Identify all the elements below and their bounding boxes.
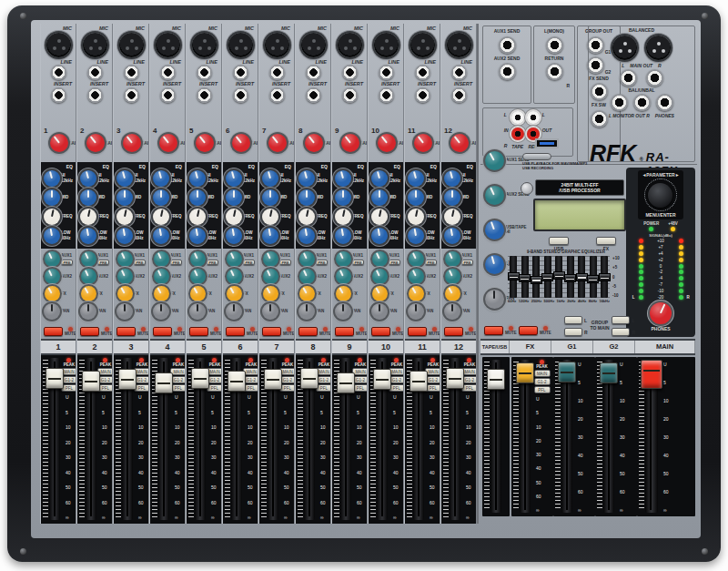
g1-fader[interactable] (561, 360, 572, 513)
pan-knob[interactable] (116, 303, 133, 320)
mic-xlr-input[interactable] (83, 33, 107, 57)
fader-cap[interactable] (410, 371, 428, 392)
balanced-out-r-xlr[interactable] (646, 36, 671, 60)
eq-hi-knob[interactable] (408, 170, 424, 187)
fx-send-knob[interactable] (263, 286, 278, 301)
eq-mid-knob[interactable] (80, 189, 96, 206)
line-input[interactable] (160, 65, 176, 80)
eq-mid-knob[interactable] (298, 189, 315, 206)
insert-jack[interactable] (306, 87, 321, 103)
aux1-knob[interactable] (263, 251, 278, 267)
gain-knob[interactable] (414, 134, 432, 152)
eq-mid-freq-knob[interactable] (189, 209, 206, 225)
aux1-knob[interactable] (81, 251, 96, 267)
line-input[interactable] (233, 65, 248, 80)
eq-low-knob[interactable] (262, 228, 278, 244)
eq-mid-knob[interactable] (335, 189, 351, 206)
aux1-knob[interactable] (299, 251, 315, 267)
aux1-pre-button[interactable]: PRE (97, 260, 109, 265)
pan-knob[interactable] (408, 303, 424, 320)
aux2-knob[interactable] (227, 269, 242, 284)
fx-send-knob[interactable] (299, 286, 315, 301)
aux1-pre-button[interactable]: PRE (389, 260, 400, 265)
pan-knob[interactable] (80, 303, 96, 320)
aux1-send-jack[interactable] (499, 36, 516, 54)
mic-xlr-input[interactable] (156, 33, 180, 57)
line-input[interactable] (379, 65, 394, 80)
fx-send-knob[interactable] (45, 286, 60, 301)
fx-send-knob[interactable] (117, 286, 133, 301)
eq-mid-freq-knob[interactable] (226, 209, 242, 225)
pan-knob[interactable] (226, 303, 242, 320)
aux1-pre-button[interactable]: PRE (279, 260, 291, 265)
aux1-knob[interactable] (409, 251, 424, 267)
group2-to-main-r-button[interactable] (612, 328, 630, 336)
master-knob-pan[interactable] (485, 290, 504, 309)
pan-knob[interactable] (153, 303, 169, 320)
channel-fader[interactable] (304, 358, 315, 520)
gain-knob[interactable] (232, 134, 250, 152)
group2-to-main-l-button[interactable] (612, 316, 630, 324)
aux1-pre-button[interactable]: PRE (425, 260, 437, 265)
master-knob-aux1-send[interactable] (485, 151, 504, 170)
channel-fader[interactable] (268, 358, 278, 520)
fader-cap[interactable] (446, 368, 464, 389)
eq-hi-knob[interactable] (335, 170, 351, 187)
aux2-send-jack[interactable] (499, 63, 516, 80)
eq-low-knob[interactable] (189, 228, 206, 244)
eq-low-knob[interactable] (335, 228, 351, 244)
master-knob-usb-tape-hi[interactable] (485, 220, 504, 240)
fx-send-knob[interactable] (190, 286, 206, 301)
fader-cap[interactable] (155, 372, 173, 393)
channel-fader[interactable] (122, 358, 133, 520)
gain-knob[interactable] (341, 134, 359, 152)
fx-mode-button[interactable] (596, 237, 616, 245)
gain-knob[interactable] (159, 134, 177, 152)
geq-slider-2kHz[interactable] (567, 256, 574, 298)
mic-xlr-input[interactable] (119, 33, 144, 57)
mic-xlr-input[interactable] (338, 33, 362, 57)
gain-knob[interactable] (196, 134, 214, 152)
group1-to-main-r-button[interactable] (564, 328, 582, 336)
fader-cap[interactable] (82, 371, 100, 392)
eq-mid-freq-knob[interactable] (371, 209, 388, 225)
eq-low-knob[interactable] (408, 228, 424, 244)
fx-send-knob[interactable] (445, 286, 460, 301)
eq-low-knob[interactable] (371, 228, 388, 244)
eq-mid-knob[interactable] (226, 189, 242, 206)
eq-hi-knob[interactable] (153, 170, 169, 187)
phones-level-knob[interactable] (650, 302, 672, 324)
mute-button[interactable] (262, 327, 281, 336)
aux2-knob[interactable] (263, 269, 278, 284)
fader-cap[interactable] (337, 372, 355, 393)
insert-jack[interactable] (51, 87, 66, 103)
fx-send-knob[interactable] (409, 286, 424, 301)
fx-fader[interactable] (520, 360, 531, 513)
line-input[interactable] (415, 65, 430, 80)
fx-send-knob[interactable] (81, 286, 96, 301)
usb-port[interactable] (535, 138, 559, 148)
pan-knob[interactable] (298, 303, 315, 320)
aux2-knob[interactable] (445, 269, 460, 284)
aux2-knob[interactable] (336, 269, 351, 284)
fx-send-knob[interactable] (227, 286, 242, 301)
geq-slider-1kHz[interactable] (555, 256, 562, 298)
pan-knob[interactable] (371, 303, 388, 320)
fx-send-knob[interactable] (372, 286, 388, 301)
line-input[interactable] (269, 65, 285, 80)
channel-fader[interactable] (49, 358, 60, 520)
pan-knob[interactable] (44, 303, 60, 320)
insert-jack[interactable] (379, 87, 394, 103)
eq-mid-knob[interactable] (371, 189, 388, 206)
channel-fader[interactable] (413, 358, 424, 520)
channel-fader[interactable] (340, 358, 351, 520)
return-r-jack[interactable] (546, 63, 563, 80)
monitor-out-r-jack[interactable] (633, 94, 651, 111)
tape-in-r-rca[interactable] (511, 127, 524, 140)
mute-button[interactable] (189, 327, 208, 336)
line-input[interactable] (451, 65, 467, 80)
aux1-pre-button[interactable]: PRE (461, 260, 473, 265)
aux1-knob[interactable] (336, 251, 351, 267)
line-input[interactable] (51, 65, 66, 80)
eq-low-knob[interactable] (226, 228, 242, 244)
